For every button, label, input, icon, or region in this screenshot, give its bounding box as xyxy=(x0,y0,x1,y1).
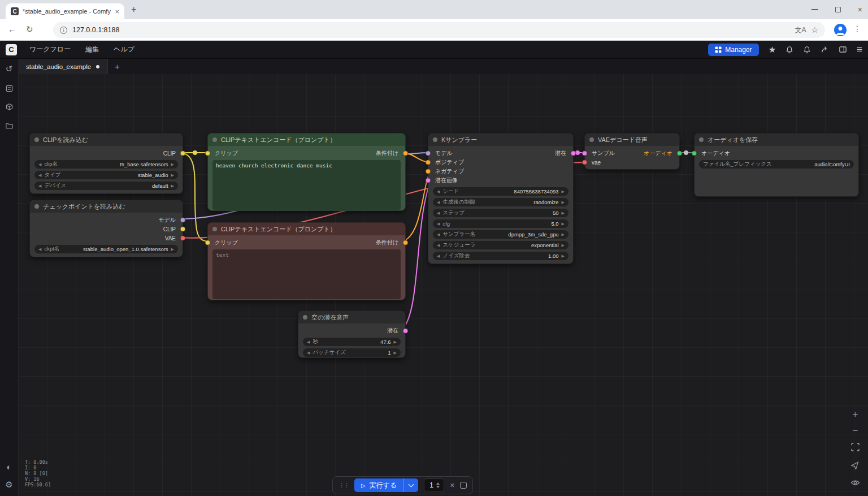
socket-clip-out[interactable] xyxy=(180,151,185,156)
menu-edit[interactable]: 編集 xyxy=(85,45,99,54)
prev-icon[interactable]: ◀ xyxy=(437,200,440,204)
node-title-bar[interactable]: CLIPテキストエンコード（プロンプト） xyxy=(208,223,405,235)
node-ksampler[interactable]: Kサンプラー モデル 潜在 ポジティブ ネガティブ 潜在画像 ◀ xyxy=(428,133,574,264)
prev-icon[interactable]: ◀ xyxy=(38,184,41,188)
next-icon[interactable]: ▶ xyxy=(171,247,174,251)
prev-icon[interactable]: ◀ xyxy=(437,211,440,215)
socket-negative-in[interactable] xyxy=(426,169,431,174)
select-mode-icon[interactable] xyxy=(851,460,860,472)
queue-icon[interactable] xyxy=(0,80,18,96)
model-library-icon[interactable] xyxy=(0,99,18,115)
clear-queue-icon[interactable]: × xyxy=(450,481,454,490)
prev-icon[interactable]: ◀ xyxy=(437,254,440,258)
prev-icon[interactable]: ◀ xyxy=(307,351,310,355)
workflows-folder-icon[interactable] xyxy=(0,118,18,133)
prev-icon[interactable]: ◀ xyxy=(437,243,440,247)
node-title-bar[interactable]: チェックポイントを読み込む xyxy=(30,200,183,213)
fit-view-icon[interactable] xyxy=(850,442,860,454)
socket-vae-in[interactable] xyxy=(582,160,587,165)
collapse-dot[interactable] xyxy=(699,137,704,142)
menu-workflow[interactable]: ワークフロー xyxy=(29,45,71,54)
drag-handle-icon[interactable]: ⋮⋮ xyxy=(338,482,349,489)
prompt-textarea[interactable]: text xyxy=(212,249,401,299)
node-empty-latent-audio[interactable]: 空の潜在音声 潜在 ◀ 秒 47.6 ▶ ◀ バッチサイズ 1 ▶ xyxy=(298,310,406,358)
node-title-bar[interactable]: CLIPテキストエンコード（プロンプト） xyxy=(208,133,405,146)
node-title-bar[interactable]: CLIPを読み込む xyxy=(30,133,183,146)
widget-ckpt-name[interactable]: ◀ ckpt名 stable_audio_open_1.0.safetensor… xyxy=(34,245,178,253)
widget-clip-name[interactable]: ◀ clip名 t5_base.safetensors ▶ xyxy=(34,160,178,169)
collapse-dot[interactable] xyxy=(433,137,437,142)
prev-icon[interactable]: ◀ xyxy=(307,340,310,344)
workflow-tab-active[interactable]: stable_audio_example xyxy=(18,59,108,74)
node-clip-encode-positive[interactable]: CLIPテキストエンコード（プロンプト） クリップ 条件付け heaven ch… xyxy=(207,133,406,211)
batch-count-stepper[interactable]: 1 xyxy=(424,478,444,492)
theme-toggle-icon[interactable]: ◐ xyxy=(0,459,18,475)
menu-help[interactable]: ヘルプ xyxy=(114,45,134,54)
socket-cond-out[interactable] xyxy=(403,151,408,156)
node-save-audio[interactable]: オーディオを保存 オーディオ ファイル名_プレフィックス audio/Comfy… xyxy=(694,133,859,197)
node-vae-decode-audio[interactable]: VAEデコード音声 サンプル オーディオ vae xyxy=(584,133,680,170)
share-icon[interactable] xyxy=(821,45,829,54)
socket-model-in[interactable] xyxy=(426,151,431,156)
node-title-bar[interactable]: Kサンプラー xyxy=(428,133,573,146)
notification-bell-icon[interactable] xyxy=(785,46,793,54)
prev-icon[interactable]: ◀ xyxy=(38,162,41,166)
prev-icon[interactable]: ◀ xyxy=(38,173,41,177)
prev-icon[interactable]: ◀ xyxy=(38,247,41,251)
panel-toggle-icon[interactable] xyxy=(839,45,847,54)
next-icon[interactable]: ▶ xyxy=(562,189,565,193)
widget-cfg[interactable]: ◀ cfg 5.0 ▶ xyxy=(433,219,568,228)
node-title-bar[interactable]: オーディオを保存 xyxy=(695,133,858,146)
widget-steps[interactable]: ◀ ステップ 50 ▶ xyxy=(433,209,568,217)
widget-type[interactable]: ◀ タイプ stable_audio ▶ xyxy=(34,171,178,179)
link-dot-audio[interactable] xyxy=(684,150,688,155)
socket-clip-in[interactable] xyxy=(205,151,210,156)
node-title-bar[interactable]: VAEデコード音声 xyxy=(585,133,679,146)
next-icon[interactable]: ▶ xyxy=(394,340,397,344)
widget-seconds[interactable]: ◀ 秒 47.6 ▶ xyxy=(303,338,401,346)
socket-latent-out[interactable] xyxy=(571,151,576,156)
notification-bell-alt-icon[interactable] xyxy=(803,46,811,54)
decrement-icon[interactable] xyxy=(436,486,440,488)
star-icon[interactable]: ★ xyxy=(769,45,776,55)
collapse-dot[interactable] xyxy=(34,204,39,209)
stop-icon[interactable] xyxy=(460,482,467,489)
run-options-dropdown[interactable] xyxy=(404,484,418,486)
widget-device[interactable]: ◀ デバイス default ▶ xyxy=(34,182,178,190)
socket-clip-out[interactable] xyxy=(180,227,185,232)
prev-icon[interactable]: ◀ xyxy=(437,189,440,193)
zoom-in-icon[interactable]: + xyxy=(853,409,858,420)
next-icon[interactable]: ▶ xyxy=(171,184,174,188)
increment-icon[interactable] xyxy=(436,482,440,485)
next-icon[interactable]: ▶ xyxy=(394,351,397,355)
widget-filename-prefix[interactable]: ファイル名_プレフィックス audio/ComfyUI xyxy=(699,160,854,169)
socket-cond-out[interactable] xyxy=(403,240,408,245)
next-icon[interactable]: ▶ xyxy=(171,162,174,166)
socket-vae-out[interactable] xyxy=(180,236,185,241)
collapse-dot[interactable] xyxy=(589,137,594,142)
socket-clip-in[interactable] xyxy=(205,240,210,245)
manager-button[interactable]: Manager xyxy=(708,44,758,56)
history-icon[interactable]: ↺ xyxy=(0,61,18,77)
widget-scheduler[interactable]: ◀ スケジューラ exponential ▶ xyxy=(433,241,568,249)
collapse-dot[interactable] xyxy=(212,137,217,142)
hamburger-menu-icon[interactable]: ≡ xyxy=(857,44,862,55)
new-workflow-button[interactable]: + xyxy=(115,62,120,71)
widget-sampler-name[interactable]: ◀ サンプラー名 dpmpp_3m_sde_gpu ▶ xyxy=(433,230,568,239)
toggle-visibility-eye-icon[interactable] xyxy=(850,478,860,490)
next-icon[interactable]: ▶ xyxy=(562,222,565,226)
node-title-bar[interactable]: 空の潜在音声 xyxy=(298,311,405,324)
node-load-clip[interactable]: CLIPを読み込む CLIP ◀ clip名 t5_base.safetenso… xyxy=(29,133,183,194)
widget-denoise[interactable]: ◀ ノイズ除去 1.00 ▶ xyxy=(433,252,568,260)
run-button[interactable]: ▷ 実行する xyxy=(354,478,418,492)
socket-model-out[interactable] xyxy=(180,218,185,223)
socket-latent-in[interactable] xyxy=(426,178,431,183)
widget-control-after-generate[interactable]: ◀ 生成後の制御 randomize ▶ xyxy=(433,198,568,206)
prev-icon[interactable]: ◀ xyxy=(437,222,440,226)
next-icon[interactable]: ▶ xyxy=(562,211,565,215)
collapse-dot[interactable] xyxy=(34,137,39,142)
socket-latent-out[interactable] xyxy=(403,329,408,334)
node-load-checkpoint[interactable]: チェックポイントを読み込む モデル CLIP VAE ◀ ckpt名 stabl… xyxy=(29,200,183,257)
next-icon[interactable]: ▶ xyxy=(562,200,565,204)
widget-seed[interactable]: ◀ シード 840755638734093 ▶ xyxy=(433,187,568,196)
